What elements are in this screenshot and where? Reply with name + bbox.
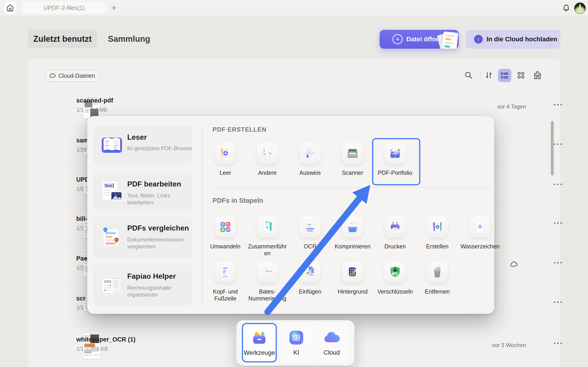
file-name: scr <box>76 295 88 302</box>
file-name: sam <box>76 137 89 144</box>
tool-kopf-fusszeile[interactable]: Kopf- und Fußzeile <box>205 261 246 302</box>
tool-ausweis[interactable]: Ausweis <box>290 143 330 176</box>
row-menu-button[interactable]: ··· <box>553 298 563 307</box>
create-batch-divider <box>212 187 493 188</box>
card-title: Fapiao Helper <box>127 272 176 281</box>
notifications-button[interactable] <box>561 3 571 13</box>
tool-hintergrund[interactable]: Hintergrund <box>332 261 373 295</box>
svg-text:✱✱✱: ✱✱✱ <box>393 273 399 275</box>
remove-icon <box>431 266 444 278</box>
tool-verschluesseln[interactable]: ✱✱✱ Verschlüsseln <box>375 261 415 295</box>
updf-home-window: UPDF-2-files(1) + Zuletzt benutzt Sammlu… <box>0 0 588 367</box>
card-edit-pdf[interactable]: Text PDF bearbeiten Text, Bilder, Links … <box>94 173 192 211</box>
tool-zusammenfuehren[interactable]: Zusammenführen <box>247 216 288 257</box>
tool-label: Verschlüsseln <box>377 288 413 295</box>
card-title: PDFs vergleichen <box>127 224 189 232</box>
tab-recently-used[interactable]: Zuletzt benutzt <box>28 30 97 48</box>
tool-label: Bates-Nummerierung <box>247 288 288 302</box>
card-reader[interactable]: Leser KI-gestütztes PDF-Browse <box>94 126 192 165</box>
file-pages: 1/1 <box>76 346 84 352</box>
search-button[interactable] <box>464 70 474 80</box>
row-menu-button[interactable]: ··· <box>553 258 563 267</box>
tool-label: Komprimieren <box>335 243 371 250</box>
tool-scanner[interactable]: Scanner <box>332 143 373 176</box>
tool-label: Drucken <box>384 243 406 250</box>
tool-bates-nummerierung[interactable]: 000123 Bates-Nummerierung <box>247 261 288 302</box>
tab-collection-label: Sammlung <box>108 34 150 44</box>
home-button[interactable] <box>4 2 16 14</box>
list-view-icon <box>500 71 509 80</box>
dialog-divider <box>202 124 203 307</box>
tools-dialog: Leser KI-gestütztes PDF-Browse Text PDF … <box>87 116 494 314</box>
tab-collection[interactable]: Sammlung <box>106 30 152 48</box>
svg-text:Text: Text <box>105 184 112 188</box>
tool-label: Erstellen <box>426 243 448 250</box>
papers-illustration <box>432 31 459 49</box>
upload-to-cloud-button[interactable]: ↑ In die Cloud hochladen <box>466 30 561 49</box>
tool-erstellen[interactable]: Erstellen <box>417 216 458 250</box>
other-docs-icon <box>261 147 274 160</box>
card-compare-pdfs[interactable]: + × PDFs vergleichen Dokumentenrevisione… <box>94 217 192 259</box>
cleanup-icon <box>533 70 542 80</box>
svg-text:000123: 000123 <box>266 270 272 272</box>
dock-item-cloud[interactable]: Cloud <box>314 323 349 362</box>
dock-item-ki[interactable]: KI <box>279 323 313 362</box>
file-name: Pac <box>76 255 88 262</box>
document-tab-title: UPDF-2-files(1) <box>43 4 85 11</box>
row-menu-button[interactable]: ··· <box>553 219 563 227</box>
grid-view-button[interactable] <box>516 70 526 80</box>
user-avatar[interactable] <box>574 2 586 14</box>
ai-icon <box>288 329 304 346</box>
tool-label: Ausweis <box>299 169 321 176</box>
dock-item-label: Cloud <box>324 349 340 356</box>
file-name: bill- <box>76 215 88 223</box>
batch-section-title: PDFs in Stapeln <box>212 197 263 204</box>
dock-item-label: KI <box>293 349 299 356</box>
cleanup-button[interactable] <box>532 70 543 80</box>
id-card-icon <box>304 147 317 160</box>
tool-drucken[interactable]: Drucken <box>375 216 415 250</box>
row-menu-button[interactable]: ··· <box>553 180 563 189</box>
cloud-files-filter-label: Cloud-Dateien <box>58 73 95 79</box>
open-file-button[interactable]: + Datei öffnen <box>380 30 459 49</box>
tool-ocr[interactable]: Aa OCR <box>290 216 330 250</box>
file-pages: 1/1 <box>76 305 84 311</box>
row-menu-button[interactable]: ··· <box>553 140 563 149</box>
cloud-icon <box>49 73 56 78</box>
tool-label: Hintergrund <box>338 288 368 295</box>
document-tab[interactable]: UPDF-2-files(1) <box>23 2 106 14</box>
create-icon <box>431 220 444 233</box>
sort-button[interactable] <box>484 70 494 80</box>
cloud-colored-icon <box>322 329 341 346</box>
svg-text:+: + <box>104 228 106 232</box>
tool-komprimieren[interactable]: Komprimieren <box>332 216 373 250</box>
card-subtitle: KI-gestütztes PDF-Browse <box>127 145 194 152</box>
tool-entfernen[interactable]: Entfernen <box>417 261 458 295</box>
convert-icon <box>219 220 232 233</box>
scanner-icon <box>346 147 359 160</box>
file-pages: 1/2 <box>76 265 84 271</box>
new-tab-button[interactable]: + <box>108 2 120 13</box>
tool-wasserzeichen[interactable]: Wasserzeichen <box>460 216 500 250</box>
row-menu-button[interactable]: ··· <box>553 100 563 109</box>
header-footer-icon <box>219 266 232 278</box>
dock-item-label: Werkzeuge <box>244 349 275 357</box>
upload-label: In die Cloud hochladen <box>486 35 557 43</box>
tool-leer[interactable]: Leer <box>205 143 246 176</box>
card-fapiao-helper[interactable]: Fapiao Helper Rechnungsinhalte organisie… <box>94 264 192 306</box>
tool-einfuegen[interactable]: Einfügen <box>290 261 330 295</box>
tool-umwandeln[interactable]: Umwandeln <box>205 216 246 250</box>
row-menu-button[interactable]: ··· <box>553 339 563 348</box>
edit-pdf-icon: Text <box>100 181 123 203</box>
list-view-button[interactable] <box>498 69 511 82</box>
dock-item-werkzeuge[interactable]: Werkzeuge <box>242 323 277 362</box>
tool-andere[interactable]: Andere <box>247 143 288 176</box>
tool-label: Einfügen <box>299 288 321 295</box>
cloud-files-filter-chip[interactable]: Cloud-Dateien <box>44 69 101 82</box>
bottom-dock: Werkzeuge KI Cloud <box>236 320 355 366</box>
sort-icon <box>484 71 493 80</box>
tools-drawer-icon <box>251 329 268 346</box>
fapiao-calculator-icon <box>100 274 123 295</box>
grid-view-icon <box>516 71 526 80</box>
scrollbar-thumb[interactable] <box>551 121 554 175</box>
